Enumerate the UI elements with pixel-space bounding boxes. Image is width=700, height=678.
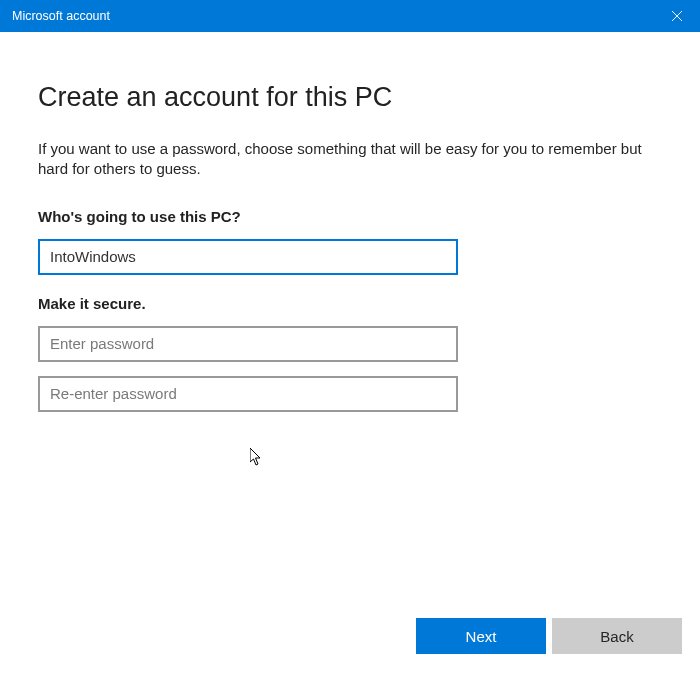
content-area: Create an account for this PC If you wan… [0,32,700,412]
close-button[interactable] [654,0,700,32]
username-input[interactable] [38,239,458,275]
cursor-icon [250,448,266,472]
titlebar: Microsoft account [0,0,700,32]
footer-buttons: Next Back [416,618,682,654]
next-button[interactable]: Next [416,618,546,654]
username-label: Who's going to use this PC? [38,208,662,225]
page-description: If you want to use a password, choose so… [38,139,658,180]
titlebar-title: Microsoft account [12,9,110,23]
password-confirm-input[interactable] [38,376,458,412]
password-section-label: Make it secure. [38,295,662,312]
back-button[interactable]: Back [552,618,682,654]
password-input[interactable] [38,326,458,362]
close-icon [672,7,682,25]
page-title: Create an account for this PC [38,82,662,113]
